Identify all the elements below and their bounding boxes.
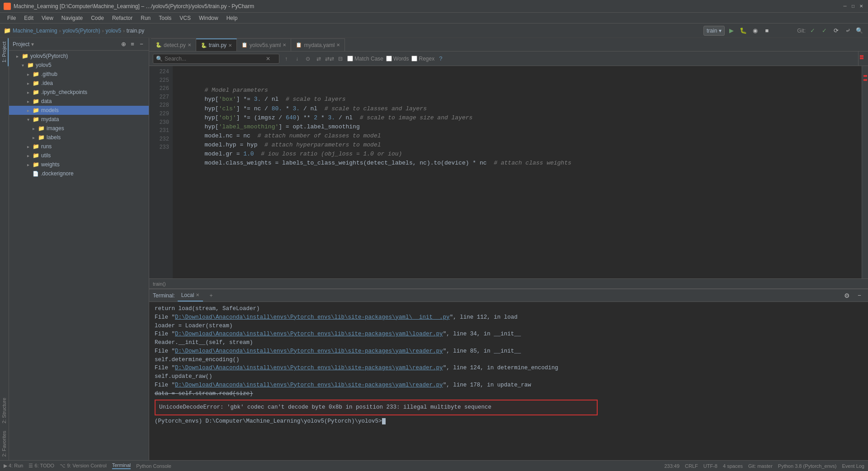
tree-item-data[interactable]: ▸ 📁 data: [9, 97, 149, 106]
tree-item-utils[interactable]: ▸ 📁 utils: [9, 151, 149, 160]
search-filter-button[interactable]: ⊟: [336, 55, 344, 63]
menu-refactor[interactable]: Refactor: [108, 14, 136, 22]
tree-item-weights[interactable]: ▸ 📁 weights: [9, 160, 149, 169]
tab-yolov5s-yaml[interactable]: 📋 yolov5s.yaml ✕: [237, 38, 291, 51]
breadcrumb-yolov5[interactable]: yolov5: [105, 28, 121, 34]
breadcrumb-root[interactable]: Machine_Learning: [13, 28, 57, 34]
project-locate-button[interactable]: ⊕: [120, 41, 127, 48]
tab-detect-py[interactable]: 🐍 detect.py ✕: [151, 38, 196, 51]
clear-search-icon[interactable]: ✕: [266, 56, 270, 62]
status-run[interactable]: ▶ 4: Run: [4, 463, 23, 469]
breadcrumb-pytorch[interactable]: yolov5(Pytorch): [62, 28, 100, 34]
match-case-option[interactable]: Match Case: [347, 56, 383, 62]
status-crlf[interactable]: CRLF: [685, 463, 698, 469]
project-collapse-button[interactable]: −: [138, 41, 145, 48]
close-train-tab[interactable]: ✕: [228, 43, 232, 48]
status-python-console[interactable]: Python Console: [136, 463, 171, 469]
tree-item-yolov5[interactable]: ▾ 📁 yolov5: [9, 61, 149, 70]
menu-view[interactable]: View: [38, 14, 57, 22]
status-python[interactable]: Python 3.8 (Pytorch_envs): [778, 463, 837, 469]
code-content[interactable]: # Model parameters hyp['box'] *= 3. / nl…: [173, 66, 862, 278]
tree-item-images[interactable]: ▸ 📁 images: [9, 124, 149, 133]
close-detect-tab[interactable]: ✕: [188, 42, 191, 47]
tree-item-yolov5pytorch[interactable]: ▸ 📁 yolov5(Pytorch): [9, 52, 149, 61]
tree-item-dockerignore[interactable]: ▸ 📄 .dockerignore: [9, 169, 149, 178]
search-replace-all-button[interactable]: ⇄⇄: [326, 55, 334, 63]
search-prev-button[interactable]: ↑: [282, 55, 290, 63]
git-push-button[interactable]: ✓: [819, 26, 829, 36]
tab-mydata-yaml[interactable]: 📋 mydata.yaml ✕: [291, 38, 345, 51]
window-controls[interactable]: ─ □ ✕: [842, 3, 864, 9]
run-with-coverage-button[interactable]: ◉: [750, 26, 760, 36]
regex-checkbox[interactable]: [411, 56, 417, 61]
regex-option[interactable]: Regex: [411, 56, 434, 62]
menu-tools[interactable]: Tools: [155, 14, 175, 22]
terminal-settings-button[interactable]: ⚙: [842, 291, 852, 301]
menu-window[interactable]: Window: [195, 14, 222, 22]
tree-item-ipynb[interactable]: ▸ 📁 .ipynb_checkpoints: [9, 88, 149, 97]
project-panel: Project ▾ ⊕ ≡ − ▸ 📁 yolov5(Pytorch) ▾ 📁 …: [9, 38, 149, 460]
tree-item-labels[interactable]: ▸ 📁 labels: [9, 133, 149, 142]
match-case-checkbox[interactable]: [347, 56, 353, 61]
terminal-tab-new[interactable]: +: [206, 290, 216, 301]
tree-item-mydata[interactable]: ▾ 📁 mydata: [9, 115, 149, 124]
git-commit-button[interactable]: ✓: [807, 26, 817, 36]
terminal-minimize-button[interactable]: −: [854, 291, 864, 301]
tab-train-py[interactable]: 🐍 train.py ✕: [196, 38, 237, 51]
tree-item-idea[interactable]: ▸ 📁 .idea: [9, 79, 149, 88]
tree-item-github[interactable]: ▸ 📁 .github: [9, 70, 149, 79]
sidebar-item-structure[interactable]: 2: Structure: [0, 394, 9, 427]
status-position[interactable]: 233:49: [664, 463, 679, 469]
status-terminal-tab[interactable]: Terminal: [112, 462, 131, 469]
menu-run[interactable]: Run: [137, 14, 154, 22]
words-checkbox[interactable]: [386, 56, 392, 61]
search-next-button[interactable]: ↓: [293, 55, 301, 63]
search-find-usages-button[interactable]: ⊙: [304, 55, 312, 63]
tree-item-models[interactable]: ▸ 📁 models: [9, 106, 149, 115]
status-left: ▶ 4: Run ☰ 6: TODO ⌥ 9: Version Control …: [4, 462, 171, 469]
status-event-log[interactable]: Event Log: [842, 463, 864, 469]
menu-help[interactable]: Help: [223, 14, 241, 22]
minimize-button[interactable]: ─: [842, 3, 848, 9]
stop-button[interactable]: ■: [762, 26, 772, 36]
sidebar-item-favorites[interactable]: 2: Favorites: [0, 427, 9, 460]
search-replace-button[interactable]: ⇄: [315, 55, 323, 63]
maximize-button[interactable]: □: [850, 3, 856, 9]
tree-item-runs[interactable]: ▸ 📁 runs: [9, 142, 149, 151]
close-mydata-tab[interactable]: ✕: [336, 42, 340, 47]
menu-code[interactable]: Code: [87, 14, 108, 22]
terminal-link-3[interactable]: D:\Download\Anaconda\install\envs\Pytorc…: [175, 348, 443, 354]
search-input-wrap[interactable]: 🔍 ✕: [153, 54, 279, 64]
terminal-link-5[interactable]: D:\Download\Anaconda\install\envs\Pytorc…: [175, 382, 443, 388]
search-input[interactable]: [165, 56, 264, 62]
terminal-area: Terminal: Local ✕ + ⚙ − return load(stre…: [149, 288, 868, 460]
run-button[interactable]: ▶: [726, 26, 736, 36]
close-local-tab[interactable]: ✕: [196, 292, 199, 297]
status-indent[interactable]: 4 spaces: [723, 463, 743, 469]
sidebar-item-project[interactable]: 1: Project: [0, 38, 9, 66]
debug-button[interactable]: 🐛: [738, 26, 748, 36]
status-todo[interactable]: ☰ 6: TODO: [28, 463, 54, 469]
git-history-button[interactable]: ⤶: [843, 26, 853, 36]
menu-vcs[interactable]: VCS: [176, 14, 194, 22]
status-vcs[interactable]: ⌥ 9: Version Control: [60, 463, 107, 469]
git-update-button[interactable]: ⟳: [831, 26, 841, 36]
menu-file[interactable]: File: [4, 14, 19, 22]
project-settings-button[interactable]: ≡: [129, 41, 136, 48]
run-config-dropdown[interactable]: train ▾: [703, 26, 725, 36]
terminal-link-4[interactable]: D:\Download\Anaconda\install\envs\Pytorc…: [175, 365, 443, 371]
terminal-error-box: UnicodeDecodeError: 'gbk' codec can't de…: [155, 400, 863, 415]
terminal-tab-local[interactable]: Local ✕: [178, 290, 203, 301]
status-git[interactable]: Git: master: [748, 463, 773, 469]
terminal-link-2[interactable]: D:\Download\Anaconda\install\envs\Pytorc…: [175, 331, 443, 337]
terminal-link-1[interactable]: D:\Download\Anaconda\install\envs\Pytorc…: [175, 314, 450, 320]
menu-navigate[interactable]: Navigate: [58, 14, 86, 22]
terminal-header: Terminal: Local ✕ + ⚙ −: [149, 289, 868, 302]
help-icon[interactable]: ?: [439, 55, 442, 62]
search-everywhere-button[interactable]: 🔍: [854, 26, 864, 36]
close-yolov5s-tab[interactable]: ✕: [283, 42, 286, 47]
close-button[interactable]: ✕: [858, 3, 864, 9]
words-option[interactable]: Words: [386, 56, 409, 62]
menu-edit[interactable]: Edit: [20, 14, 37, 22]
status-encoding[interactable]: UTF-8: [703, 463, 717, 469]
